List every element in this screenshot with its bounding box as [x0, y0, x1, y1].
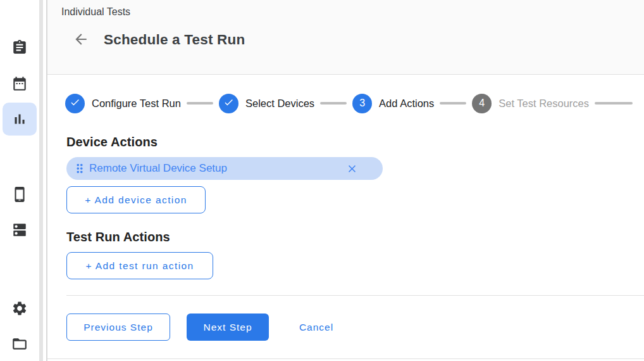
sidebar-item-settings[interactable]	[11, 300, 28, 317]
step-4-circle: 4	[472, 94, 492, 113]
assignment-icon	[11, 39, 28, 56]
bar-chart-icon	[11, 111, 28, 127]
step-connector	[595, 102, 633, 104]
chip-label: Remote Virtual Device Setup	[89, 162, 342, 175]
step-connector	[187, 102, 213, 104]
wizard-stepper: Configure Test Run Select Devices 3 Add …	[65, 93, 644, 113]
check-icon	[70, 97, 80, 110]
sidebar-item-files[interactable]	[11, 336, 28, 352]
step-1-label: Configure Test Run	[92, 98, 181, 110]
step-3-circle: 3	[352, 94, 372, 113]
sidebar-item-tests[interactable]	[11, 39, 28, 56]
page-header: Individual Tests Schedule a Test Run	[47, 0, 644, 75]
device-actions-heading: Device Actions	[66, 135, 158, 149]
step-3-label: Add Actions	[379, 98, 434, 110]
step-configure-test-run[interactable]: Configure Test Run	[65, 94, 181, 113]
add-test-run-action-button[interactable]: + Add test run action	[66, 252, 213, 279]
sidebar-item-schedule[interactable]	[11, 75, 28, 92]
step-connector	[320, 102, 347, 104]
sidebar-item-servers[interactable]	[11, 222, 28, 238]
gear-icon	[11, 300, 28, 317]
next-step-button[interactable]: Next Step	[187, 314, 269, 341]
add-device-action-button[interactable]: + Add device action	[66, 186, 206, 213]
bottom-divider	[47, 358, 644, 359]
calendar-icon	[11, 75, 28, 92]
footer-divider	[66, 295, 644, 296]
page-title: Schedule a Test Run	[104, 32, 245, 48]
device-action-chip[interactable]: Remote Virtual Device Setup	[66, 157, 383, 180]
dns-icon	[11, 222, 28, 238]
close-icon[interactable]	[342, 159, 361, 178]
step-connector	[440, 102, 466, 104]
step-select-devices[interactable]: Select Devices	[219, 94, 314, 113]
back-button[interactable]	[73, 31, 90, 49]
sidebar-scrollbar[interactable]	[39, 0, 43, 361]
sidebar-item-devices[interactable]	[11, 186, 28, 203]
arrow-back-icon	[73, 39, 89, 49]
step-2-circle	[219, 94, 238, 113]
cancel-button[interactable]: Cancel	[282, 314, 351, 341]
sidebar-item-results[interactable]	[11, 111, 28, 127]
drag-indicator-icon[interactable]	[73, 162, 87, 175]
smartphone-icon	[11, 186, 28, 203]
step-1-circle	[65, 94, 85, 113]
breadcrumb: Individual Tests	[61, 6, 130, 18]
test-run-actions-heading: Test Run Actions	[66, 230, 170, 244]
step-set-test-resources[interactable]: 4 Set Test Resources	[472, 94, 589, 113]
previous-step-button[interactable]: Previous Step	[66, 314, 170, 341]
check-icon	[223, 97, 234, 110]
left-sidebar	[0, 0, 39, 361]
step-4-label: Set Test Resources	[498, 98, 589, 110]
folder-icon	[11, 336, 28, 352]
main-content: Individual Tests Schedule a Test Run Con…	[47, 0, 644, 361]
step-add-actions[interactable]: 3 Add Actions	[352, 94, 434, 113]
step-2-label: Select Devices	[245, 98, 314, 110]
pane-divider	[46, 0, 47, 361]
